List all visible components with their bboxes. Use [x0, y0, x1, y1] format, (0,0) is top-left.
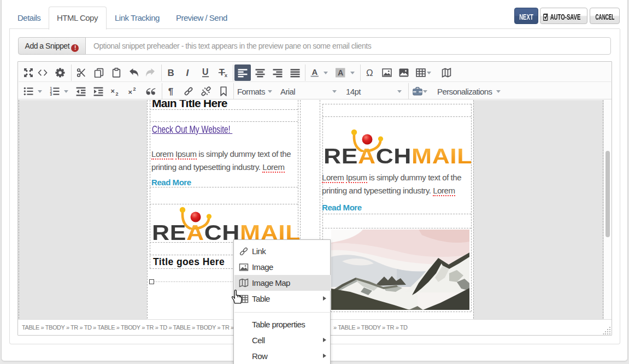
svg-text:×: ×: [128, 89, 132, 96]
svg-text:I: I: [186, 68, 189, 78]
svg-text:A: A: [311, 68, 318, 77]
svg-text:¶: ¶: [168, 86, 173, 96]
svg-text:x: x: [225, 72, 228, 78]
svg-text:3: 3: [50, 92, 52, 96]
svg-text:U: U: [202, 68, 208, 77]
svg-text:2: 2: [116, 91, 119, 96]
svg-text:Ω: Ω: [366, 68, 373, 78]
svg-text:2: 2: [133, 86, 136, 92]
svg-text:A: A: [338, 68, 343, 77]
svg-text:×: ×: [111, 87, 115, 95]
svg-text:B: B: [167, 68, 174, 78]
